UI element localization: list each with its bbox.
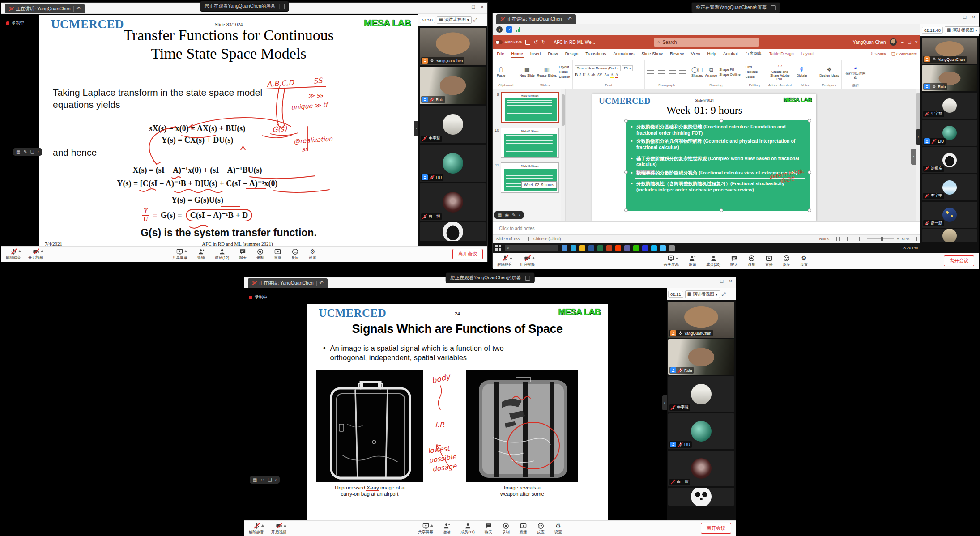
toolbar-react-button[interactable]: 反应 (537, 522, 545, 535)
ribbon-tab-table-design[interactable]: Table Design (769, 50, 794, 58)
toolbar-chat-button[interactable]: 聊天 (730, 255, 738, 268)
collapse-strip-button[interactable]: › (916, 129, 920, 145)
taskbar-app-icon[interactable] (615, 245, 621, 251)
comments-button[interactable]: ❏ Comments (891, 51, 917, 56)
paste-button[interactable]: 📋︎Paste (497, 66, 505, 77)
taskbar-app-icon[interactable] (579, 245, 585, 251)
participant-tile[interactable]: 牛宇慧 (420, 106, 486, 143)
encryption-shield-icon[interactable]: ✓ (506, 26, 512, 33)
ribbon-tab-insert[interactable]: Insert (530, 50, 541, 58)
exit-fullscreen-icon[interactable] (279, 4, 284, 9)
toolbar-live-button[interactable]: 直播 (520, 522, 527, 535)
normal-view-icon[interactable] (832, 237, 837, 241)
ribbon-tab-draw[interactable]: Draw (548, 50, 558, 58)
ribbon-tab-transitions[interactable]: Transitions (585, 50, 606, 58)
participant-tile[interactable] (922, 229, 977, 242)
leave-meeting-button[interactable]: 离开会议 (701, 523, 731, 534)
align-center-icon[interactable] (669, 70, 676, 74)
share-button[interactable]: ⇪ Share (870, 51, 886, 56)
view-options-icon[interactable]: ▦ (16, 149, 20, 154)
collapse-icon[interactable]: ‹ (275, 477, 277, 482)
dictate-button[interactable]: 🎙︎Dictate (797, 66, 807, 77)
create-pdf-button[interactable]: ▱Create and Share Adobe PDF (768, 63, 792, 81)
tray-expand-icon[interactable]: ⌃ (897, 246, 900, 250)
notes-placeholder[interactable]: Click to add notes (493, 221, 920, 234)
participant-tile[interactable]: LIU (420, 145, 486, 182)
toolbar-settings-button[interactable]: ⚙设置 (554, 522, 562, 535)
toolbar-members-button[interactable]: 成员(20) (706, 255, 720, 268)
toolbar-react-button[interactable]: 反应 (291, 248, 299, 261)
undo-icon[interactable]: ↺ (534, 39, 538, 45)
pointer-icon[interactable]: ✎ (23, 149, 27, 154)
exit-fullscreen-icon[interactable] (771, 5, 775, 10)
slide-sorter-icon[interactable] (839, 237, 844, 241)
speaker-view-button[interactable]: ▦ 演讲者视图 ▾ (945, 26, 980, 34)
taskbar-app-icon[interactable] (651, 245, 657, 251)
toolbar-invite-button[interactable]: 邀请 (689, 255, 696, 268)
ppt-minimize-button[interactable]: − (901, 39, 903, 45)
start-video-button[interactable]: 开启视频 (520, 255, 535, 268)
ppt-search-box[interactable]: ⌕ Search (654, 38, 759, 47)
autosave-toggle[interactable]: AutoSave (495, 40, 522, 44)
clock[interactable]: 8:20 PM (903, 246, 918, 250)
taskbar-app-icon[interactable] (660, 245, 666, 251)
participant-tile[interactable]: 白一博 (420, 183, 486, 221)
leave-meeting-button[interactable]: 离开会议 (452, 249, 483, 259)
speaker-view-button[interactable]: ▦ 演讲者视图 ▾ (685, 290, 720, 298)
zoom-in-button[interactable]: + (897, 237, 899, 241)
ribbon-tab-animations[interactable]: Animations (613, 50, 635, 58)
minimize-button[interactable]: − (712, 278, 715, 284)
highlight-color-button[interactable]: A (610, 72, 614, 78)
taskbar-search[interactable]: ⌕ (505, 245, 558, 251)
expand-strip-button[interactable]: › (911, 149, 916, 165)
speaker-view-button[interactable]: ▦ 演讲者视图 ▾ (437, 16, 472, 24)
maximize-button[interactable]: □ (472, 4, 475, 9)
replace-button[interactable]: Replace (746, 70, 758, 74)
edited-slide[interactable]: UCMERCED Slide-9/1024 MESA LAB Week-01: … (592, 94, 816, 221)
toolbar-chat-button[interactable]: 聊天 (239, 248, 247, 261)
taskbar-app-icon[interactable] (633, 245, 639, 251)
toolbar-react-button[interactable]: 反应 (783, 255, 790, 268)
participant-tile[interactable]: Rola (922, 65, 977, 91)
toolbar-invite-button[interactable]: 邀请 (443, 522, 451, 535)
reactions-icon[interactable]: ☺ (260, 477, 264, 482)
underline-button[interactable]: U (583, 72, 586, 78)
find-button[interactable]: Find (746, 65, 758, 69)
taskbar-app-icon[interactable] (597, 245, 603, 251)
font-size-box[interactable]: 28 ▾ (622, 65, 633, 71)
font-color-button[interactable]: A (615, 72, 618, 78)
participant-tile[interactable]: 牛宇慧 (668, 376, 734, 412)
back-arrow-icon[interactable]: ↶ (77, 6, 81, 12)
select-button[interactable]: Select (746, 75, 758, 79)
speaking-tab[interactable]: ✎ 正在讲话: YangQuanChen ↶ (5, 4, 85, 13)
meeting-info-icon[interactable]: i (496, 26, 503, 33)
record-icon[interactable]: ◉ (505, 213, 509, 217)
comment-icon[interactable]: ❏ (268, 477, 272, 482)
speaking-tab[interactable]: ✎ 正在讲话: YangQuanChen ↶ (248, 278, 328, 288)
minimize-button[interactable]: − (463, 4, 466, 9)
participant-tile[interactable] (420, 222, 486, 241)
document-title[interactable]: AFC-in-RD-ML-We... (554, 40, 595, 45)
fit-slide-icon[interactable] (912, 237, 917, 241)
canvas-scrollbar[interactable] (916, 89, 920, 221)
ribbon-tab-view[interactable]: View (690, 50, 700, 58)
taskbar-app-icon[interactable] (562, 245, 567, 251)
toolbar-chat-button[interactable]: 聊天 (485, 522, 492, 535)
participant-tile[interactable]: Rola (668, 339, 734, 375)
ribbon-tab-layout[interactable]: Layout (801, 50, 814, 58)
font-name-box[interactable]: Times New Roman (Bod ▾ (575, 65, 621, 71)
align-left-icon[interactable] (658, 70, 665, 74)
layout-button[interactable]: Layout (559, 65, 570, 69)
ribbon-tab-design[interactable]: Design (565, 50, 579, 58)
view-options-icon[interactable]: ▦ (253, 477, 257, 482)
unmute-button[interactable]: 解除静音 (497, 255, 512, 268)
account-name[interactable]: YangQuan Chen (853, 40, 886, 45)
slide-text-box[interactable]: 分数阶微积分基础和分数阶思维 (Fractional calculus: Fou… (626, 120, 810, 211)
ribbon-tab-file[interactable]: File (496, 50, 504, 58)
unmute-button[interactable]: 解除静音 (249, 522, 264, 535)
participant-tile[interactable]: 李宇宁 (922, 174, 977, 200)
ribbon-tab-百度网盘[interactable]: 百度网盘 (745, 50, 763, 58)
slide-thumbnail-9[interactable]: 9Week-01: 9 hours (494, 92, 559, 123)
columns-icon[interactable] (679, 70, 686, 74)
taskbar-app-icon[interactable] (606, 245, 612, 251)
